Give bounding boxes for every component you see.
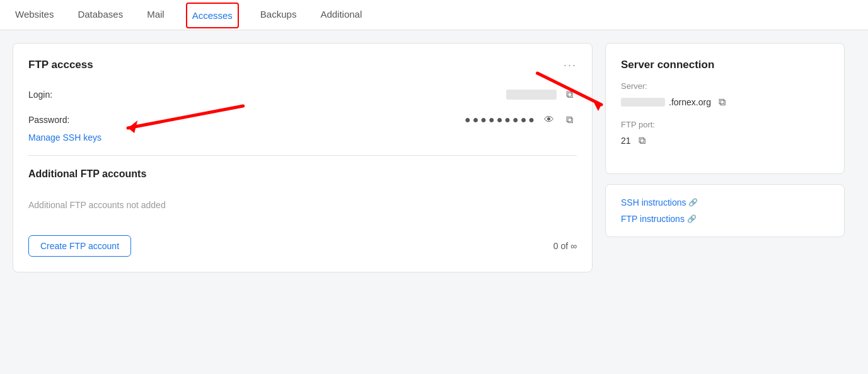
server-connection-card: Server connection Server: .fornex.org ⧉ … <box>605 43 845 174</box>
ftp-external-icon: 🔗 <box>687 214 697 223</box>
login-label: Login: <box>28 90 79 100</box>
ftp-port-field: FTP port: 21 ⧉ <box>621 120 829 148</box>
password-value-area: ●●●●●●●●● 👁 ⧉ <box>465 112 577 127</box>
server-field: Server: .fornex.org ⧉ <box>621 81 829 110</box>
empty-ftp-message: Additional FTP accounts not added <box>28 187 577 223</box>
ftp-instructions-label: FTP instructions <box>621 214 685 224</box>
tab-additional[interactable]: Additional <box>318 0 364 30</box>
ftp-access-card: FTP acccess ··· Login: ⧉ Password: ●●●●●… <box>13 43 593 272</box>
port-copy-icon[interactable]: ⧉ <box>635 133 650 148</box>
tab-websites[interactable]: Websites <box>13 0 56 30</box>
password-label: Password: <box>28 115 79 125</box>
tab-databases[interactable]: Databases <box>75 0 125 30</box>
ftp-port-value: 21 <box>621 136 631 146</box>
ssh-instructions-label: SSH instructions <box>621 197 686 207</box>
server-redacted <box>621 98 665 107</box>
ftp-count: 0 of ∞ <box>553 241 577 251</box>
login-redacted <box>506 90 557 100</box>
server-card-title: Server connection <box>621 59 829 71</box>
tab-accesses[interactable]: Accesses <box>186 3 239 28</box>
nav-tabs: Websites Databases Mail Accesses Backups… <box>0 0 868 30</box>
server-suffix: .fornex.org <box>669 97 711 107</box>
password-row: Password: ●●●●●●●●● 👁 ⧉ <box>28 107 577 132</box>
divider <box>28 155 577 156</box>
ssh-external-icon: 🔗 <box>688 198 698 207</box>
server-label: Server: <box>621 81 829 91</box>
login-value-area: ⧉ <box>506 87 577 102</box>
create-ftp-button[interactable]: Create FTP account <box>28 235 131 257</box>
ssh-instructions-link[interactable]: SSH instructions 🔗 <box>621 197 829 207</box>
right-column: Server connection Server: .fornex.org ⧉ … <box>605 43 845 272</box>
svg-marker-3 <box>592 98 601 111</box>
main-content: FTP acccess ··· Login: ⧉ Password: ●●●●●… <box>0 30 857 285</box>
password-copy-icon[interactable]: ⧉ <box>562 112 577 127</box>
server-value: .fornex.org ⧉ <box>621 95 829 110</box>
dots-menu[interactable]: ··· <box>564 59 577 72</box>
card-header: FTP acccess ··· <box>28 59 577 72</box>
tab-backups[interactable]: Backups <box>258 0 299 30</box>
manage-ssh-keys-link[interactable]: Manage SSH keys <box>28 132 101 143</box>
card-footer: Create FTP account 0 of ∞ <box>28 235 577 257</box>
ftp-port-value-row: 21 ⧉ <box>621 133 829 148</box>
server-copy-icon[interactable]: ⧉ <box>715 95 730 110</box>
ftp-instructions-link[interactable]: FTP instructions 🔗 <box>621 214 829 224</box>
ftp-card-title: FTP acccess <box>28 59 93 71</box>
login-row: Login: ⧉ <box>28 82 577 107</box>
password-eye-icon[interactable]: 👁 <box>541 112 557 127</box>
instructions-card: SSH instructions 🔗 FTP instructions 🔗 <box>605 184 845 237</box>
tab-mail[interactable]: Mail <box>144 0 167 30</box>
login-copy-icon[interactable]: ⧉ <box>562 87 577 102</box>
ftp-port-label: FTP port: <box>621 120 829 129</box>
additional-ftp-title: Additional FTP accounts <box>28 168 577 180</box>
password-dots: ●●●●●●●●● <box>465 114 536 126</box>
